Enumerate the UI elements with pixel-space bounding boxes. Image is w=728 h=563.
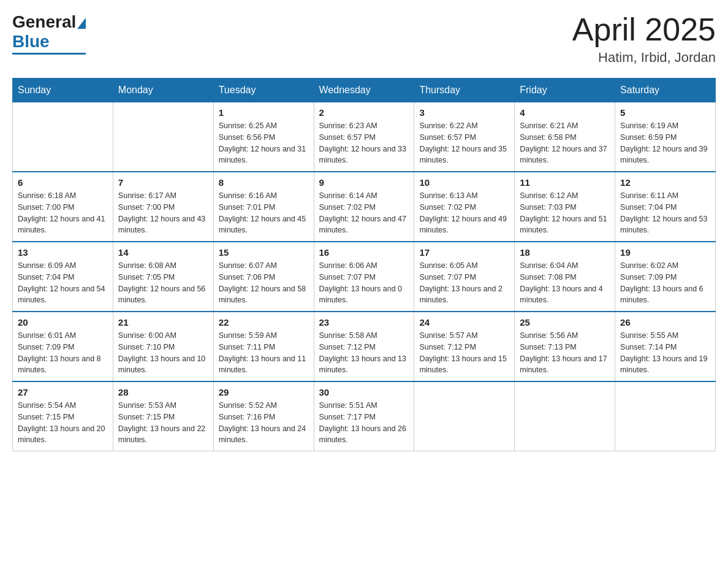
location-title: Hatim, Irbid, Jordan (572, 50, 716, 66)
day-number: 6 (18, 177, 108, 188)
day-number: 19 (620, 247, 710, 258)
day-info: Sunrise: 6:17 AMSunset: 7:00 PMDaylight:… (118, 190, 208, 236)
calendar-cell: 23Sunrise: 5:58 AMSunset: 7:12 PMDayligh… (314, 312, 414, 381)
day-number: 7 (118, 177, 208, 188)
day-info: Sunrise: 6:08 AMSunset: 7:05 PMDaylight:… (118, 260, 208, 306)
calendar-table: SundayMondayTuesdayWednesdayThursdayFrid… (12, 78, 716, 451)
calendar-cell: 29Sunrise: 5:52 AMSunset: 7:16 PMDayligh… (213, 381, 314, 451)
day-info: Sunrise: 6:09 AMSunset: 7:04 PMDaylight:… (18, 260, 108, 306)
calendar-cell: 20Sunrise: 6:01 AMSunset: 7:09 PMDayligh… (13, 312, 113, 381)
day-number: 28 (118, 387, 208, 397)
calendar-cell: 28Sunrise: 5:53 AMSunset: 7:15 PMDayligh… (113, 381, 213, 451)
day-number: 8 (219, 177, 309, 188)
calendar-cell (113, 102, 213, 172)
calendar-cell: 5Sunrise: 6:19 AMSunset: 6:59 PMDaylight… (615, 102, 716, 172)
calendar-cell: 16Sunrise: 6:06 AMSunset: 7:07 PMDayligh… (314, 242, 414, 312)
day-info: Sunrise: 6:14 AMSunset: 7:02 PMDaylight:… (319, 190, 409, 236)
day-number: 26 (620, 317, 710, 327)
calendar-cell: 12Sunrise: 6:11 AMSunset: 7:04 PMDayligh… (615, 172, 716, 242)
calendar-header-saturday: Saturday (615, 79, 716, 102)
calendar-week-row: 1Sunrise: 6:25 AMSunset: 6:56 PMDaylight… (13, 102, 716, 172)
calendar-cell: 26Sunrise: 5:55 AMSunset: 7:14 PMDayligh… (615, 312, 716, 381)
day-number: 13 (18, 247, 108, 258)
day-info: Sunrise: 5:58 AMSunset: 7:12 PMDaylight:… (319, 330, 409, 376)
day-number: 20 (18, 317, 108, 327)
calendar-header-thursday: Thursday (414, 79, 515, 102)
day-number: 1 (219, 107, 309, 118)
calendar-cell: 2Sunrise: 6:23 AMSunset: 6:57 PMDaylight… (314, 102, 414, 172)
day-info: Sunrise: 6:25 AMSunset: 6:56 PMDaylight:… (219, 120, 309, 166)
day-info: Sunrise: 6:18 AMSunset: 7:00 PMDaylight:… (18, 190, 108, 236)
day-number: 17 (419, 247, 509, 258)
day-info: Sunrise: 5:51 AMSunset: 7:17 PMDaylight:… (319, 400, 409, 446)
logo-blue-text: Blue (12, 32, 50, 52)
calendar-cell: 22Sunrise: 5:59 AMSunset: 7:11 PMDayligh… (213, 312, 314, 381)
calendar-cell: 14Sunrise: 6:08 AMSunset: 7:05 PMDayligh… (113, 242, 213, 312)
calendar-cell: 17Sunrise: 6:05 AMSunset: 7:07 PMDayligh… (414, 242, 515, 312)
page-header: General Blue April 2025 Hatim, Irbid, Jo… (12, 12, 716, 66)
calendar-cell: 15Sunrise: 6:07 AMSunset: 7:06 PMDayligh… (213, 242, 314, 312)
day-info: Sunrise: 6:22 AMSunset: 6:57 PMDaylight:… (419, 120, 509, 166)
calendar-cell: 13Sunrise: 6:09 AMSunset: 7:04 PMDayligh… (13, 242, 113, 312)
calendar-cell: 7Sunrise: 6:17 AMSunset: 7:00 PMDaylight… (113, 172, 213, 242)
logo: General Blue (12, 12, 86, 55)
day-number: 23 (319, 317, 409, 327)
logo-triangle-icon (77, 18, 86, 29)
day-number: 25 (520, 317, 610, 327)
logo-underline (12, 53, 86, 55)
title-section: April 2025 Hatim, Irbid, Jordan (572, 12, 716, 66)
calendar-cell: 10Sunrise: 6:13 AMSunset: 7:02 PMDayligh… (414, 172, 515, 242)
day-number: 22 (219, 317, 309, 327)
calendar-cell: 9Sunrise: 6:14 AMSunset: 7:02 PMDaylight… (314, 172, 414, 242)
day-info: Sunrise: 6:13 AMSunset: 7:02 PMDaylight:… (419, 190, 509, 236)
day-info: Sunrise: 5:57 AMSunset: 7:12 PMDaylight:… (419, 330, 509, 376)
day-info: Sunrise: 5:59 AMSunset: 7:11 PMDaylight:… (219, 330, 309, 376)
calendar-cell: 6Sunrise: 6:18 AMSunset: 7:00 PMDaylight… (13, 172, 113, 242)
month-title: April 2025 (572, 12, 716, 47)
calendar-cell: 25Sunrise: 5:56 AMSunset: 7:13 PMDayligh… (515, 312, 615, 381)
day-number: 27 (18, 387, 108, 397)
day-info: Sunrise: 6:05 AMSunset: 7:07 PMDaylight:… (419, 260, 509, 306)
day-info: Sunrise: 6:04 AMSunset: 7:08 PMDaylight:… (520, 260, 610, 306)
calendar-cell: 11Sunrise: 6:12 AMSunset: 7:03 PMDayligh… (515, 172, 615, 242)
day-number: 9 (319, 177, 409, 188)
day-info: Sunrise: 6:11 AMSunset: 7:04 PMDaylight:… (620, 190, 710, 236)
day-info: Sunrise: 6:19 AMSunset: 6:59 PMDaylight:… (620, 120, 710, 166)
calendar-cell: 18Sunrise: 6:04 AMSunset: 7:08 PMDayligh… (515, 242, 615, 312)
day-info: Sunrise: 5:53 AMSunset: 7:15 PMDaylight:… (118, 400, 208, 446)
calendar-cell: 21Sunrise: 6:00 AMSunset: 7:10 PMDayligh… (113, 312, 213, 381)
day-info: Sunrise: 6:23 AMSunset: 6:57 PMDaylight:… (319, 120, 409, 166)
day-number: 10 (419, 177, 509, 188)
calendar-cell: 8Sunrise: 6:16 AMSunset: 7:01 PMDaylight… (213, 172, 314, 242)
calendar-header-sunday: Sunday (13, 79, 113, 102)
day-number: 3 (419, 107, 509, 118)
day-info: Sunrise: 6:12 AMSunset: 7:03 PMDaylight:… (520, 190, 610, 236)
calendar-cell: 30Sunrise: 5:51 AMSunset: 7:17 PMDayligh… (314, 381, 414, 451)
day-number: 5 (620, 107, 710, 118)
day-info: Sunrise: 6:21 AMSunset: 6:58 PMDaylight:… (520, 120, 610, 166)
logo-general-text: General (12, 12, 76, 32)
day-info: Sunrise: 5:56 AMSunset: 7:13 PMDaylight:… (520, 330, 610, 376)
calendar-week-row: 13Sunrise: 6:09 AMSunset: 7:04 PMDayligh… (13, 242, 716, 312)
day-number: 24 (419, 317, 509, 327)
day-info: Sunrise: 6:02 AMSunset: 7:09 PMDaylight:… (620, 260, 710, 306)
day-info: Sunrise: 5:52 AMSunset: 7:16 PMDaylight:… (219, 400, 309, 446)
day-number: 21 (118, 317, 208, 327)
calendar-week-row: 27Sunrise: 5:54 AMSunset: 7:15 PMDayligh… (13, 381, 716, 451)
calendar-cell: 19Sunrise: 6:02 AMSunset: 7:09 PMDayligh… (615, 242, 716, 312)
day-info: Sunrise: 6:07 AMSunset: 7:06 PMDaylight:… (219, 260, 309, 306)
day-number: 18 (520, 247, 610, 258)
day-number: 12 (620, 177, 710, 188)
calendar-cell (515, 381, 615, 451)
day-number: 2 (319, 107, 409, 118)
calendar-cell (615, 381, 716, 451)
calendar-header-wednesday: Wednesday (314, 79, 414, 102)
day-number: 11 (520, 177, 610, 188)
calendar-cell: 3Sunrise: 6:22 AMSunset: 6:57 PMDaylight… (414, 102, 515, 172)
day-number: 30 (319, 387, 409, 397)
day-info: Sunrise: 5:55 AMSunset: 7:14 PMDaylight:… (620, 330, 710, 376)
day-info: Sunrise: 6:06 AMSunset: 7:07 PMDaylight:… (319, 260, 409, 306)
calendar-header-row: SundayMondayTuesdayWednesdayThursdayFrid… (13, 79, 716, 102)
calendar-cell: 4Sunrise: 6:21 AMSunset: 6:58 PMDaylight… (515, 102, 615, 172)
calendar-cell: 27Sunrise: 5:54 AMSunset: 7:15 PMDayligh… (13, 381, 113, 451)
